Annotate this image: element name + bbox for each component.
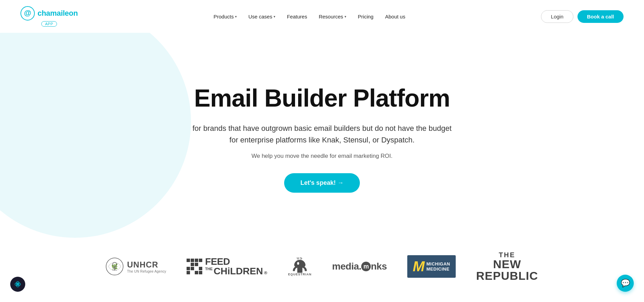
michigan-m-icon: M bbox=[413, 259, 424, 274]
children-label: CHiLDREN bbox=[214, 266, 263, 276]
nav-links: Products ▾ Use cases ▾ Features Resource… bbox=[209, 11, 410, 22]
nav-use-cases[interactable]: Use cases ▾ bbox=[244, 11, 280, 22]
logo-text: chamaileon bbox=[38, 9, 78, 18]
help-widget-icon bbox=[14, 280, 21, 288]
nav-pricing-label: Pricing bbox=[358, 14, 374, 19]
help-widget[interactable] bbox=[10, 277, 25, 292]
the-new-republic-the: THE bbox=[499, 251, 515, 258]
hero-tagline: We help you move the needle for email ma… bbox=[192, 153, 452, 160]
media-monks-text: media. bbox=[332, 261, 362, 272]
login-button[interactable]: Login bbox=[541, 10, 573, 23]
logo-michigan-medicine: M MICHIGAN MEDICINE bbox=[407, 255, 456, 278]
cta-button[interactable]: Let's speak! → bbox=[284, 173, 360, 193]
logo-area[interactable]: @ chamaileon APP bbox=[20, 6, 78, 27]
monks-text: nks bbox=[371, 261, 387, 272]
hero-subtitle-line2: for enterprise platforms like Knak, Sten… bbox=[230, 136, 415, 144]
michigan-label: MICHIGAN bbox=[426, 261, 450, 266]
unhcr-emblem-icon: 🌿 bbox=[106, 258, 123, 275]
registered-icon: ® bbox=[264, 270, 267, 275]
us-equestrian-icon: EQUESTRIAN US bbox=[288, 257, 312, 276]
nav-features-label: Features bbox=[287, 14, 307, 19]
logo-us-equestrian: EQUESTRIAN US bbox=[288, 257, 312, 276]
nav-about-us[interactable]: About us bbox=[380, 11, 410, 22]
the-label: THE bbox=[205, 267, 213, 271]
logo-unhcr: 🌿 UNHCR The UN Refugee Agency bbox=[106, 258, 166, 275]
book-call-button[interactable]: Book a call bbox=[577, 10, 624, 23]
nav-resources-label: Resources bbox=[319, 14, 343, 19]
hero-subtitle: for brands that have outgrown basic emai… bbox=[192, 123, 452, 146]
nav-use-cases-label: Use cases bbox=[248, 14, 272, 19]
logos-section: 🌿 UNHCR The UN Refugee Agency FEED bbox=[0, 238, 644, 295]
chat-icon: 💬 bbox=[621, 279, 630, 288]
hero-bg-circle bbox=[0, 5, 191, 238]
svg-point-17 bbox=[17, 284, 18, 285]
chat-bubble[interactable]: 💬 bbox=[617, 275, 634, 292]
nav-pricing[interactable]: Pricing bbox=[353, 11, 378, 22]
new-label: NEW bbox=[493, 258, 521, 270]
nav-products[interactable]: Products ▾ bbox=[209, 11, 241, 22]
chevron-down-icon: ▾ bbox=[274, 15, 275, 18]
svg-text:@: @ bbox=[24, 9, 31, 17]
unhcr-subtitle: The UN Refugee Agency bbox=[127, 270, 166, 273]
logo-feed-children: FEED THE CHiLDREN ® bbox=[187, 257, 267, 276]
nav-actions: Login Book a call bbox=[541, 10, 624, 23]
nav-about-us-label: About us bbox=[385, 14, 405, 19]
medicine-label: MEDICINE bbox=[426, 266, 450, 272]
logo-main: @ chamaileon bbox=[20, 6, 78, 20]
nav-features[interactable]: Features bbox=[282, 11, 312, 22]
logo-new-republic: THE NEW REPUBLIC bbox=[476, 251, 538, 282]
chevron-down-icon: ▾ bbox=[345, 15, 346, 18]
unhcr-name: UNHCR bbox=[127, 260, 166, 270]
nav-resources[interactable]: Resources ▾ bbox=[314, 11, 351, 22]
feed-blocks-icon bbox=[187, 259, 202, 274]
hero-subtitle-line1: for brands that have outgrown basic emai… bbox=[192, 124, 452, 133]
republic-label: REPUBLIC bbox=[476, 270, 538, 282]
hero-content: Email Builder Platform for brands that h… bbox=[192, 85, 452, 193]
navbar: @ chamaileon APP Products ▾ Use cases ▾ … bbox=[0, 0, 644, 33]
chevron-down-icon: ▾ bbox=[235, 15, 237, 18]
logo-badge: APP bbox=[41, 21, 57, 27]
svg-point-9 bbox=[297, 262, 299, 265]
nav-products-label: Products bbox=[214, 14, 234, 19]
svg-text:EQUESTRIAN: EQUESTRIAN bbox=[288, 273, 311, 276]
monks-m-icon: m bbox=[361, 262, 371, 271]
hero-title: Email Builder Platform bbox=[192, 85, 452, 112]
svg-text:US: US bbox=[297, 257, 303, 260]
logo-media-monks: media.mnks bbox=[332, 261, 387, 272]
hero-section: Email Builder Platform for brands that h… bbox=[0, 33, 644, 238]
feed-label: FEED bbox=[205, 257, 230, 266]
logo-icon: @ bbox=[20, 6, 35, 20]
